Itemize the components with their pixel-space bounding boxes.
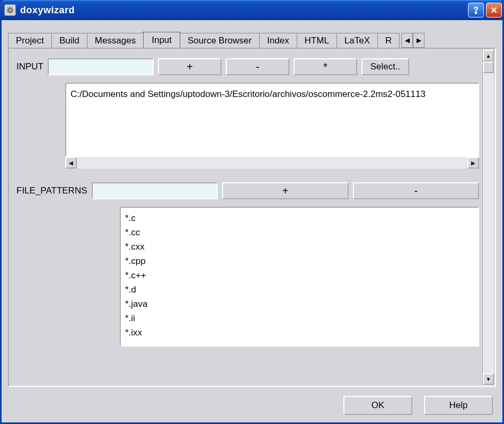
svg-line-9 <box>12 7 13 8</box>
input-hscrollbar[interactable]: ◀ ▶ <box>65 157 479 169</box>
input-update-button[interactable]: * <box>294 58 357 75</box>
input-field[interactable] <box>48 58 154 75</box>
svg-line-6 <box>7 7 8 8</box>
svg-point-1 <box>9 9 11 11</box>
client-area: Project Build Messages Input Source Brow… <box>0 20 504 424</box>
input-listbox[interactable]: C:/Documents and Settings/uptodown-3/Esc… <box>65 83 479 157</box>
help-button[interactable]: Help <box>424 396 493 415</box>
title-bar: doxywizard <box>0 0 504 20</box>
tab-strip: Project Build Messages Input Source Brow… <box>8 32 496 48</box>
patterns-field[interactable] <box>92 182 218 199</box>
app-icon <box>4 4 16 16</box>
svg-point-10 <box>475 12 477 14</box>
list-item[interactable]: *.java <box>125 297 474 311</box>
list-item[interactable]: *.cc <box>125 225 474 240</box>
help-title-button[interactable] <box>468 3 484 17</box>
hscroll-right-icon[interactable]: ▶ <box>467 157 479 169</box>
close-button[interactable] <box>486 3 502 17</box>
tab-project[interactable]: Project <box>8 33 52 48</box>
patterns-listbox[interactable]: *.c *.cc *.cxx *.cpp *.c++ *.d *.java *.… <box>120 207 479 347</box>
scroll-down-icon[interactable]: ▼ <box>483 373 494 385</box>
tab-index[interactable]: Index <box>259 33 297 48</box>
patterns-list-wrap: *.c *.cc *.cxx *.cpp *.c++ *.d *.java *.… <box>120 207 479 347</box>
panel-vscrollbar[interactable]: ▲ ▼ <box>482 50 494 385</box>
list-item[interactable]: *.cxx <box>125 240 474 254</box>
tab-build[interactable]: Build <box>51 33 87 48</box>
tab-panel: ▲ ▼ INPUT + - * Select.. C:/Documents an… <box>8 48 496 387</box>
scroll-up-icon[interactable]: ▲ <box>483 50 494 61</box>
tab-input[interactable]: Input <box>143 32 180 48</box>
scroll-track[interactable] <box>483 61 494 373</box>
tab-html[interactable]: HTML <box>297 33 337 48</box>
ok-button[interactable]: OK <box>343 396 412 415</box>
input-remove-button[interactable]: - <box>226 58 289 75</box>
hscroll-track[interactable] <box>77 157 467 169</box>
input-row: INPUT + - * Select.. <box>16 58 479 75</box>
list-item[interactable]: *.ii <box>125 311 474 325</box>
svg-line-7 <box>12 12 13 13</box>
list-item[interactable]: *.c <box>125 211 474 225</box>
svg-line-8 <box>7 12 8 13</box>
tab-latex[interactable]: LaTeX <box>337 33 378 48</box>
list-item[interactable]: *.cpp <box>125 254 474 268</box>
input-label: INPUT <box>16 61 43 72</box>
list-item[interactable]: *.c++ <box>125 268 474 282</box>
patterns-remove-button[interactable]: - <box>353 182 480 199</box>
hscroll-left-icon[interactable]: ◀ <box>65 157 77 169</box>
tab-scroll-right-icon[interactable]: ▶ <box>413 33 425 48</box>
tab-more[interactable]: R <box>377 33 400 48</box>
patterns-label: FILE_PATTERNS <box>16 186 87 196</box>
scroll-thumb[interactable] <box>483 61 494 73</box>
list-item[interactable]: *.d <box>125 282 474 297</box>
list-item[interactable]: C:/Documents and Settings/uptodown-3/Esc… <box>70 87 474 101</box>
input-add-button[interactable]: + <box>158 58 222 75</box>
input-select-button[interactable]: Select.. <box>361 58 409 75</box>
list-item[interactable]: *.ixx <box>125 325 474 340</box>
tab-scroll-left-icon[interactable]: ◀ <box>401 33 413 48</box>
window-title: doxywizard <box>20 5 466 16</box>
tab-scroll: ◀ ▶ <box>401 33 425 48</box>
input-list-wrap: C:/Documents and Settings/uptodown-3/Esc… <box>65 83 479 169</box>
patterns-row: FILE_PATTERNS + - <box>16 182 479 199</box>
tab-source-browser[interactable]: Source Browser <box>180 33 260 48</box>
tab-messages[interactable]: Messages <box>87 33 144 48</box>
dialog-buttons: OK Help <box>343 396 493 415</box>
patterns-add-button[interactable]: + <box>222 182 349 199</box>
